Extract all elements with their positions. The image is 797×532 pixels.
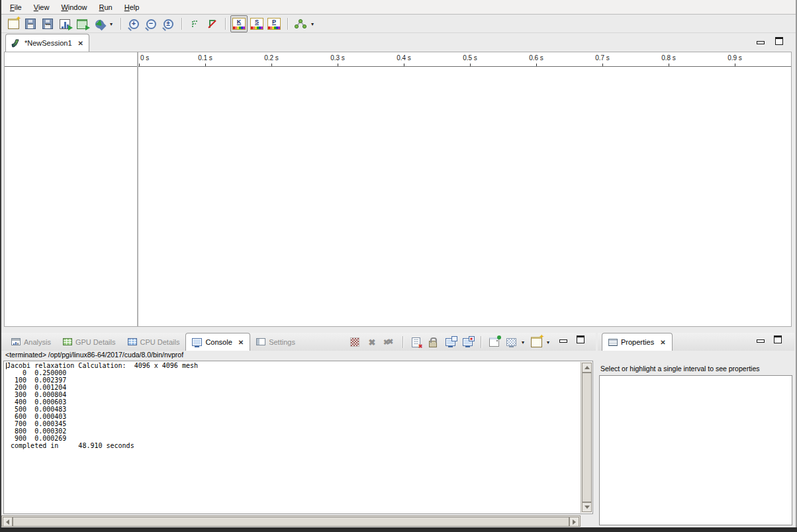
scroll-up-button[interactable] [582,363,592,373]
terminate-icon [350,337,359,347]
scrollbar-thumb[interactable] [582,373,592,502]
marker-k-icon [207,19,217,29]
ruler-tick-label: 0.1 s [198,54,212,62]
search-icon [95,20,104,28]
scrollbar-thumb[interactable] [13,517,569,527]
gpu-details-tab-icon [63,338,72,345]
analysis-dropdown-caret-icon[interactable]: ▾ [311,21,314,27]
tab-console[interactable]: Console ✕ [185,333,250,351]
analysis-button[interactable] [293,16,308,32]
console-output-area[interactable]: Jacobi relaxation Calculation: 4096 x 40… [3,361,593,514]
zoom-in-icon [129,19,139,29]
console-select-icon [506,338,516,346]
console-tab-icon [192,338,202,346]
remove-all-button[interactable] [381,334,397,350]
timeline-chart-button[interactable] [57,16,73,32]
menu-item[interactable]: Window [58,2,90,13]
maximize-icon[interactable] [774,335,782,343]
search-run-button[interactable] [91,16,107,32]
zoom-in-button[interactable] [126,16,142,32]
tab-gpu-details[interactable]: GPU Details [57,333,122,351]
toolbar-separator [181,18,183,30]
close-icon[interactable]: ✕ [660,339,665,346]
tab-settings[interactable]: Settings [250,333,301,351]
remove-launch-button[interactable]: ✖ [364,334,380,350]
marker-k-button[interactable] [204,16,220,32]
dropdown-caret-icon[interactable]: ▾ [110,21,113,27]
display-console-button[interactable] [503,334,519,350]
down-arrow-icon [585,506,590,509]
open-console-caret-icon[interactable]: ▾ [547,339,549,345]
tab-analysis[interactable]: Analysis [5,333,57,351]
ruler-tick-label: 0.9 s [727,54,742,62]
menu-item[interactable]: Help [121,2,143,13]
monitor-icon [445,338,455,346]
minimize-icon[interactable] [757,339,765,343]
marker-f-icon [189,19,200,29]
scroll-lock-button[interactable] [425,334,441,350]
session-tab-bar: *NewSession1 ✕ [1,34,796,52]
maximize-icon[interactable] [577,335,585,343]
console-select-caret-icon[interactable]: ▾ [522,339,524,345]
open-console-button[interactable] [528,334,544,350]
terminate-button[interactable] [347,334,363,350]
toolbar-separator [120,18,122,30]
panel-divider[interactable] [137,52,138,326]
tab-properties[interactable]: Properties ✕ [602,333,673,351]
new-session-icon [8,19,19,29]
show-stderr-button[interactable]: ✖ [459,334,475,350]
scroll-right-button[interactable] [569,517,579,527]
zoom-out-button[interactable] [143,16,159,32]
maximize-icon[interactable] [775,37,783,45]
menu-item[interactable]: File [7,2,25,13]
scroll-left-button[interactable] [3,517,13,527]
ruler-tick-label: 0.4 s [397,54,411,62]
console-toolbar: ✖ ✖ ▾ ▾ [347,335,553,349]
import-button[interactable] [74,16,90,32]
scroll-down-button[interactable] [582,502,592,512]
minimize-icon[interactable] [559,339,567,343]
kernel-mode-button[interactable]: K [230,15,248,32]
stream-mode-button[interactable]: S [249,16,265,32]
save-button[interactable] [23,16,38,32]
zoom-out-icon [146,19,156,29]
timeline-ruler: 0 s0.1 s0.2 s0.3 s0.4 s0.5 s0.6 s0.7 s0.… [5,52,791,67]
ruler-tick-label: 0.6 s [529,54,543,62]
horizontal-scrollbar[interactable] [1,515,581,527]
new-session-button[interactable] [5,16,21,32]
tab-label: Settings [269,338,295,346]
save-as-button[interactable] [40,16,56,32]
window-edge [0,0,1,527]
marker-f-button[interactable] [187,16,203,32]
tab-label: Analysis [24,338,51,346]
show-stdout-button[interactable] [442,334,458,350]
pin-console-button[interactable] [486,334,502,350]
analysis-tree-icon [294,19,307,29]
toolbar-separator [402,336,404,348]
ruler-tick-label: 0.3 s [330,54,345,62]
left-arrow-icon [6,519,9,525]
menu-bar: FileViewWindowRunHelp [1,0,796,15]
tab-session[interactable]: *NewSession1 ✕ [5,34,89,52]
zoom-fit-button[interactable] [160,16,176,32]
console-output[interactable]: Jacobi relaxation Calculation: 4096 x 40… [4,361,592,449]
text-cursor [6,363,7,369]
zoom-fit-icon [164,19,173,29]
menu-item[interactable]: View [30,2,53,13]
save-as-icon [42,19,53,29]
monitor-error-icon: ✖ [463,338,473,346]
ruler-tick-label: 0 s [140,54,149,62]
right-arrow-icon [573,519,576,525]
clear-console-button[interactable] [408,334,424,350]
process-mode-button[interactable]: P [266,16,282,32]
tab-cpu-details[interactable]: CPU Details [122,333,186,351]
close-icon[interactable]: ✕ [78,40,83,47]
menu-item[interactable]: Run [96,2,116,13]
process-mode-icon: P [267,18,281,30]
minimize-icon[interactable] [757,41,765,44]
tab-label: GPU Details [75,338,116,346]
tab-label: Properties [621,338,654,346]
toolbar-separator [225,18,226,30]
close-icon[interactable]: ✕ [238,339,244,346]
vertical-scrollbar[interactable] [581,362,592,513]
